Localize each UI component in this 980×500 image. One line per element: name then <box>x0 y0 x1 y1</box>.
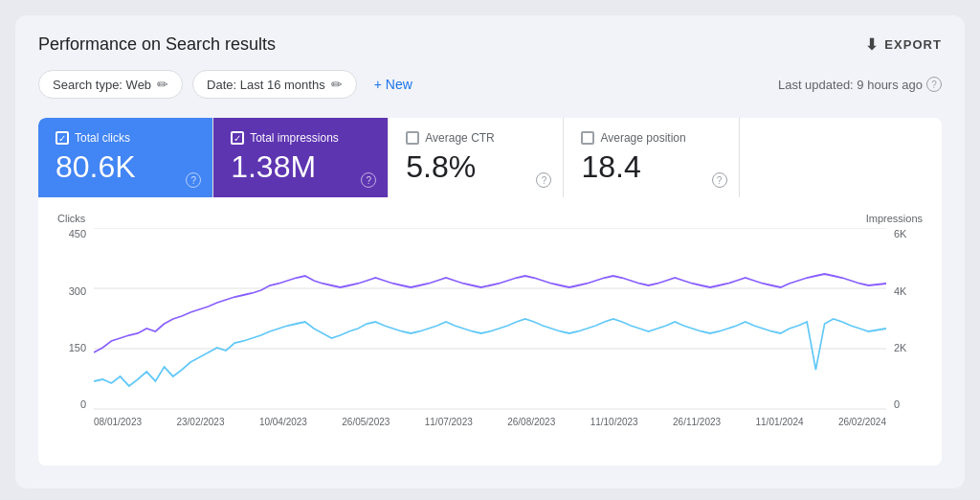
main-container: Performance on Search results ⬇ EXPORT S… <box>15 15 965 489</box>
average-position-help-icon[interactable]: ? <box>712 172 727 188</box>
metric-total-impressions[interactable]: Total impressions 1.38M ? <box>213 118 389 197</box>
last-updated-help-icon[interactable]: ? <box>926 77 942 92</box>
average-position-checkbox[interactable] <box>581 131 594 145</box>
search-type-filter[interactable]: Search type: Web ✏ <box>38 70 183 99</box>
chart-svg-wrapper: 08/01/2023 23/02/2023 10/04/2023 26/05/2… <box>94 228 886 427</box>
total-impressions-help-icon[interactable]: ? <box>361 172 376 188</box>
average-ctr-label: Average CTR <box>425 131 494 145</box>
search-type-edit-icon: ✏ <box>157 77 168 92</box>
date-label: Date: Last 16 months <box>207 78 325 92</box>
search-type-label: Search type: Web <box>53 78 151 92</box>
metrics-row: Total clicks 80.6K ? Total impressions 1… <box>38 118 942 197</box>
new-button[interactable]: + New <box>367 71 420 98</box>
average-ctr-help-icon[interactable]: ? <box>536 172 551 188</box>
metric-empty <box>740 118 942 197</box>
export-button[interactable]: ⬇ EXPORT <box>865 35 942 54</box>
last-updated-text: Last updated: 9 hours ago <box>778 78 923 92</box>
average-ctr-checkbox[interactable] <box>406 131 419 145</box>
average-position-value: 18.4 <box>581 150 721 184</box>
total-clicks-value: 80.6K <box>56 150 195 184</box>
date-edit-icon: ✏ <box>331 77 343 92</box>
metric-average-ctr[interactable]: Average CTR 5.8% ? <box>389 118 564 197</box>
y-axis-left-label: Clicks <box>57 213 85 224</box>
new-label: New <box>386 77 412 92</box>
total-clicks-checkbox[interactable] <box>56 131 69 145</box>
header: Performance on Search results ⬇ EXPORT <box>38 34 942 55</box>
filter-bar: Search type: Web ✏ Date: Last 16 months … <box>38 70 942 99</box>
x-axis: 08/01/2023 23/02/2023 10/04/2023 26/05/2… <box>94 417 886 427</box>
chart-container: Clicks Impressions 450 300 150 0 <box>38 197 942 466</box>
total-clicks-help-icon[interactable]: ? <box>186 172 201 188</box>
y-axis-right: 6K 4K 2K 0 <box>886 228 923 410</box>
total-impressions-value: 1.38M <box>231 150 370 184</box>
chart-svg <box>94 228 886 410</box>
y-axis-left: 450 300 150 0 <box>57 228 94 410</box>
total-clicks-label: Total clicks <box>75 131 130 145</box>
plus-icon: + <box>374 77 382 92</box>
last-updated: Last updated: 9 hours ago ? <box>778 77 942 92</box>
chart-with-axes: 450 300 150 0 <box>57 228 923 427</box>
average-position-label: Average position <box>600 131 685 145</box>
total-impressions-checkbox[interactable] <box>231 131 244 145</box>
export-label: EXPORT <box>884 37 942 52</box>
y-axis-right-label: Impressions <box>866 213 923 224</box>
page-title: Performance on Search results <box>38 34 276 55</box>
average-ctr-value: 5.8% <box>406 150 546 184</box>
export-icon: ⬇ <box>865 35 879 54</box>
metric-total-clicks[interactable]: Total clicks 80.6K ? <box>38 118 213 197</box>
total-impressions-label: Total impressions <box>250 131 339 145</box>
metric-average-position[interactable]: Average position 18.4 ? <box>564 118 739 197</box>
date-filter[interactable]: Date: Last 16 months ✏ <box>192 70 357 99</box>
